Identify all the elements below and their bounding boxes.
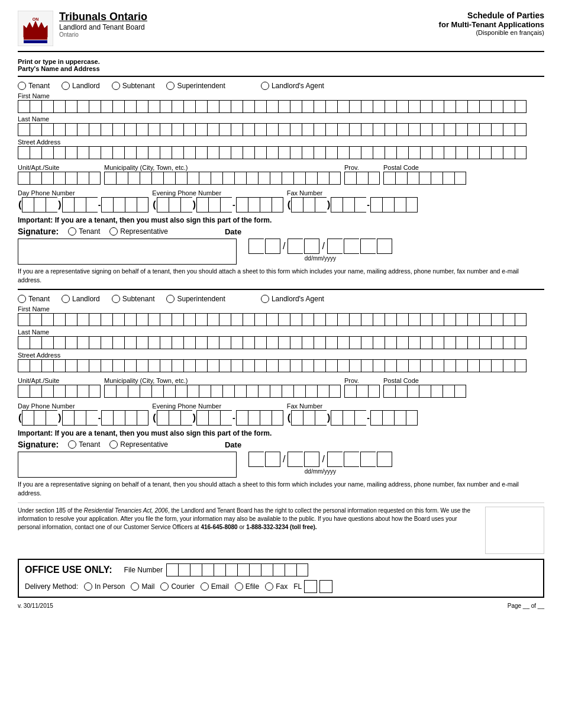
fax-group-2[interactable]: ( ) - [287, 410, 418, 426]
char-box[interactable] [314, 123, 325, 136]
char-box[interactable] [444, 359, 456, 372]
char-box[interactable] [290, 313, 302, 326]
char-box[interactable] [157, 197, 169, 212]
char-box[interactable] [89, 146, 101, 159]
char-box[interactable] [172, 123, 183, 136]
char-box[interactable] [406, 197, 418, 212]
char-box[interactable] [148, 146, 160, 159]
char-box[interactable] [396, 146, 408, 159]
char-box[interactable] [180, 410, 192, 426]
char-box[interactable] [258, 172, 270, 185]
char-box[interactable] [325, 100, 337, 113]
street-address-boxes-1[interactable] [18, 146, 544, 159]
date-box-yyyy-2b[interactable] [344, 452, 359, 467]
char-box[interactable] [293, 172, 305, 185]
char-box[interactable] [407, 385, 419, 398]
char-box[interactable] [207, 359, 219, 372]
day-phone-group-2[interactable]: ( ) - [18, 410, 148, 426]
char-box[interactable] [86, 197, 98, 212]
radio-circle-mail[interactable] [131, 582, 139, 591]
char-box[interactable] [169, 410, 180, 426]
char-box[interactable] [503, 146, 515, 159]
radio-circle-efile[interactable] [235, 582, 243, 591]
char-box[interactable] [234, 385, 246, 398]
char-box[interactable] [30, 336, 41, 349]
char-box[interactable] [74, 410, 86, 426]
char-box[interactable] [112, 146, 124, 159]
char-box[interactable] [234, 172, 246, 185]
char-box[interactable] [361, 123, 373, 136]
char-box[interactable] [136, 146, 148, 159]
char-box[interactable] [183, 100, 195, 113]
char-box[interactable] [315, 410, 327, 426]
radio-circle-landlord-2[interactable] [62, 295, 70, 303]
radio-circle-superintendent-1[interactable] [166, 82, 175, 90]
radio-tenant-1[interactable]: Tenant [18, 82, 50, 90]
char-box[interactable] [420, 359, 432, 372]
char-box[interactable] [302, 313, 314, 326]
char-box[interactable] [385, 100, 396, 113]
char-box[interactable] [356, 385, 368, 398]
char-box[interactable] [30, 359, 41, 372]
char-box[interactable] [30, 385, 41, 398]
char-box[interactable] [325, 123, 337, 136]
date-box-yyyy-1b[interactable] [344, 239, 359, 254]
char-box[interactable] [30, 146, 41, 159]
char-box[interactable] [236, 197, 248, 212]
char-box[interactable] [220, 410, 232, 426]
char-box[interactable] [140, 385, 151, 398]
char-box[interactable] [172, 313, 183, 326]
last-name-boxes-2[interactable] [18, 336, 544, 349]
char-box[interactable] [248, 410, 260, 426]
char-box[interactable] [361, 146, 373, 159]
char-box[interactable] [266, 359, 278, 372]
radio-circle-landlords-agent-1[interactable] [261, 82, 269, 90]
char-box[interactable] [18, 336, 30, 349]
char-box[interactable] [148, 313, 160, 326]
char-box[interactable] [302, 359, 314, 372]
char-box[interactable] [237, 563, 249, 576]
char-box[interactable] [219, 100, 231, 113]
char-box[interactable] [183, 123, 195, 136]
char-box[interactable] [136, 123, 148, 136]
char-box[interactable] [349, 100, 361, 113]
radio-circle-fax-delivery[interactable] [265, 582, 273, 591]
char-box[interactable] [420, 123, 432, 136]
char-box[interactable] [432, 100, 444, 113]
char-box[interactable] [160, 313, 172, 326]
char-box[interactable] [278, 359, 290, 372]
char-box[interactable] [166, 563, 178, 576]
char-box[interactable] [278, 100, 290, 113]
signature-box-1[interactable] [18, 239, 237, 265]
char-box[interactable] [432, 313, 444, 326]
char-box[interactable] [354, 197, 366, 212]
char-box[interactable] [419, 172, 431, 185]
char-box[interactable] [261, 563, 273, 576]
char-box[interactable] [503, 336, 515, 349]
municipality-boxes-2[interactable] [104, 385, 341, 398]
char-box[interactable] [432, 359, 444, 372]
char-box[interactable] [41, 146, 53, 159]
char-box[interactable] [157, 410, 169, 426]
char-box[interactable] [314, 313, 325, 326]
char-box[interactable] [41, 172, 53, 185]
char-box[interactable] [456, 123, 467, 136]
radio-landlord-2[interactable]: Landlord [62, 295, 100, 303]
char-box[interactable] [124, 146, 136, 159]
char-box[interactable] [18, 146, 30, 159]
postal-boxes-2[interactable] [383, 385, 466, 398]
char-box[interactable] [432, 123, 444, 136]
char-box[interactable] [172, 336, 183, 349]
char-box[interactable] [444, 336, 456, 349]
char-box[interactable] [254, 359, 266, 372]
char-box[interactable] [420, 313, 432, 326]
char-box[interactable] [467, 123, 479, 136]
char-box[interactable] [491, 100, 503, 113]
radio-sig-rep-2[interactable]: Representative [109, 440, 168, 449]
char-box[interactable] [89, 359, 101, 372]
char-box[interactable] [408, 359, 420, 372]
char-box[interactable] [373, 146, 385, 159]
char-box[interactable] [293, 385, 305, 398]
char-box[interactable] [195, 336, 207, 349]
char-box[interactable] [231, 146, 243, 159]
